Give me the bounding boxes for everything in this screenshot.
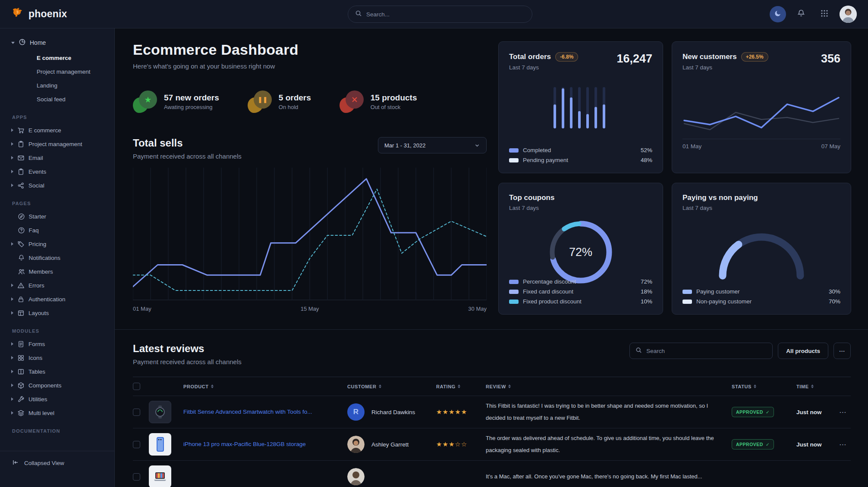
product-link[interactable]: Fitbit Sense Advanced Smartwatch with To… [183, 408, 347, 416]
grid-icon [17, 354, 25, 362]
users-icon [18, 268, 25, 275]
sidebar-item-notifications[interactable]: Notifications [0, 251, 114, 265]
global-search[interactable] [348, 6, 532, 23]
x-tick: 01 May [682, 143, 701, 150]
warning-icon [17, 282, 25, 289]
column-customer[interactable]: CUSTOMER [347, 384, 436, 389]
sidebar: Home E commerceProject managementLanding… [0, 28, 115, 487]
sidebar-item-e-commerce[interactable]: E commerce [0, 123, 114, 137]
x-icon: ✕ [340, 91, 364, 113]
column-time[interactable]: TIME [796, 384, 840, 389]
sidebar-item-components[interactable]: Components [0, 378, 114, 392]
row-checkbox[interactable] [133, 441, 140, 448]
card-period: Last 7 days [509, 205, 652, 211]
caret-right-icon [11, 370, 13, 373]
caret-right-icon [11, 384, 13, 387]
customer-avatar[interactable] [347, 436, 365, 453]
column-product[interactable]: PRODUCT [183, 384, 347, 389]
theme-toggle-button[interactable] [770, 6, 786, 22]
brand-name: phoenix [28, 8, 67, 20]
row-menu-button[interactable]: ··· [840, 409, 851, 415]
all-products-button[interactable]: All products [778, 343, 828, 359]
pause-icon: ❚❚ [248, 91, 272, 113]
customer-avatar[interactable] [347, 468, 365, 485]
sidebar-item-social[interactable]: Social [0, 178, 114, 192]
collapse-sidebar-button[interactable]: Collapsed View [12, 459, 114, 467]
row-menu-button[interactable]: ··· [840, 441, 851, 448]
caret-right-icon [11, 397, 13, 401]
layout-icon [17, 309, 25, 317]
search-input[interactable] [366, 11, 525, 18]
row-checkbox[interactable] [133, 473, 140, 481]
sidebar-item-faq[interactable]: Faq [0, 223, 114, 237]
card-title: Top coupons [509, 194, 652, 202]
row-checkbox[interactable] [133, 409, 140, 416]
sidebar-item-multi-level[interactable]: Multi level [0, 406, 114, 420]
sidebar-item-icons[interactable]: Icons [0, 351, 114, 365]
total-sells-title: Total sells [133, 137, 242, 149]
paying-gauge-chart [682, 226, 840, 280]
tag-icon [17, 240, 25, 248]
legend-item: Percentage discount72% [509, 277, 652, 287]
legend-item: Fixed product discount10% [509, 297, 652, 306]
sort-icon [379, 384, 381, 388]
product-link[interactable]: iPhone 13 pro max-Pacific Blue-128GB sto… [183, 440, 347, 448]
customer-avatar[interactable]: R [347, 403, 365, 421]
sidebar-item-starter[interactable]: Starter [0, 209, 114, 223]
sidebar-item-pricing[interactable]: Pricing [0, 237, 114, 251]
column-rating[interactable]: RATING [436, 384, 486, 389]
calendar-icon [17, 168, 25, 175]
caret-right-icon [11, 128, 13, 132]
reviews-search-input[interactable] [646, 348, 767, 354]
total-sells-chart: 01 May 15 May 30 May [133, 166, 487, 312]
card-period: Last 7 days [509, 64, 578, 71]
date-range-select[interactable]: Mar 1 - 31, 2022 [378, 137, 487, 153]
sidebar-item-social-feed[interactable]: Social feed [0, 92, 114, 106]
sidebar-item-members[interactable]: Members [0, 265, 114, 278]
column-status[interactable]: STATUS [732, 384, 796, 389]
product-thumbnail-smartwatch[interactable] [149, 401, 171, 423]
sidebar-item-e-commerce[interactable]: E commerce [0, 51, 114, 65]
review-text: This Fitbit is fantastic! I was trying t… [486, 400, 732, 424]
product-thumbnail-macbook[interactable] [149, 465, 171, 487]
more-options-button[interactable]: ··· [833, 343, 851, 359]
brand[interactable]: phoenix [11, 7, 67, 22]
collapse-label: Collapsed View [24, 460, 64, 466]
sidebar-item-forms[interactable]: Forms [0, 337, 114, 351]
customers-line-chart [682, 83, 840, 140]
caret-right-icon [11, 411, 13, 415]
user-avatar[interactable] [840, 6, 857, 23]
sidebar-item-home[interactable]: Home [0, 34, 114, 51]
sidebar-item-tables[interactable]: Tables [0, 365, 114, 378]
select-all-checkbox[interactable] [133, 383, 140, 390]
latest-reviews-section: Latest reviews Payment received across a… [115, 330, 868, 487]
sidebar-item-project-management[interactable]: Project management [0, 65, 114, 78]
x-tick: 01 May [133, 306, 151, 312]
sidebar-item-utilities[interactable]: Utilities [0, 392, 114, 406]
table-row: It's a Mac, after all. Once you've gone … [133, 460, 851, 487]
sidebar-item-email[interactable]: Email [0, 151, 114, 165]
main-content: Ecommerce Dashboard Here's what's going … [115, 28, 868, 487]
sidebar-item-landing[interactable]: Landing [0, 78, 114, 92]
top-navbar: phoenix [0, 0, 868, 28]
compass-icon [18, 213, 25, 220]
sidebar-item-events[interactable]: Events [0, 165, 114, 178]
share-icon [17, 182, 25, 189]
section-label-pages: PAGES [12, 201, 114, 206]
legend-item: Non-paying customer70% [682, 297, 840, 306]
notifications-button[interactable] [793, 6, 809, 22]
sidebar-item-authentication[interactable]: Authentication [0, 292, 114, 306]
caret-right-icon [11, 170, 13, 173]
product-thumbnail-iphone[interactable] [149, 433, 171, 456]
reviews-table: PRODUCT CUSTOMER RATING REVIEW STATUS TI… [133, 377, 851, 487]
reviews-search[interactable] [629, 343, 773, 359]
apps-menu-button[interactable] [816, 6, 833, 22]
x-tick: 15 May [301, 306, 319, 312]
total-orders-card: Total orders -6.8% Last 7 days 16,247 Co… [498, 41, 663, 173]
sidebar-item-errors[interactable]: Errors [0, 278, 114, 292]
sidebar-item-layouts[interactable]: Layouts [0, 306, 114, 320]
card-title: New customers [682, 53, 737, 61]
sidebar-item-project-management[interactable]: Project management [0, 137, 114, 151]
column-review[interactable]: REVIEW [486, 384, 732, 389]
sort-icon [508, 384, 511, 388]
